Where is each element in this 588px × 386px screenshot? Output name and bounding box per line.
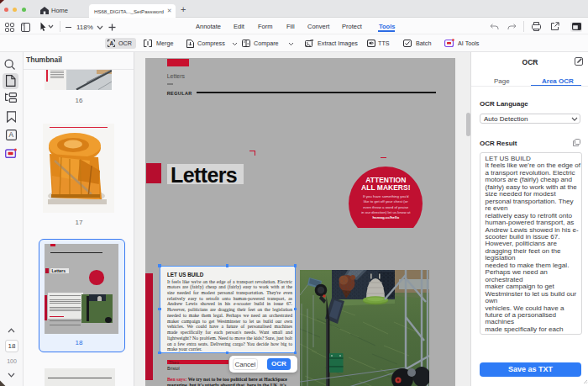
svg-text:A: A	[9, 131, 14, 139]
svg-text:A: A	[110, 40, 114, 46]
